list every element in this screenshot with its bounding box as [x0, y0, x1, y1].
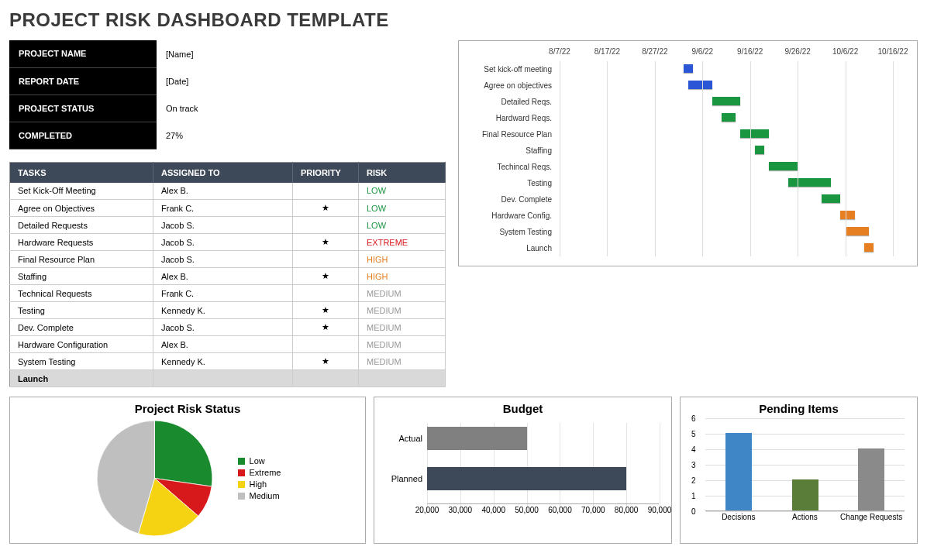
assigned-cell: Alex B. — [153, 183, 293, 200]
gantt-task-label: Techincal Reqs. — [459, 159, 556, 175]
table-row: Staffing Alex B. ★ HIGH — [10, 268, 446, 285]
assigned-cell: Jacob S. — [153, 319, 293, 336]
assigned-cell: Jacob S. — [153, 234, 293, 251]
gantt-row: Detailed Reqs. — [560, 94, 911, 110]
assigned-cell: Kennedy K. — [153, 353, 293, 370]
gantt-bar — [722, 113, 736, 122]
pending-chart: Pending Items 0123456 DecisionsActionsCh… — [680, 397, 918, 544]
info-value: [Date] — [157, 67, 389, 94]
legend-label: High — [250, 479, 267, 489]
priority-cell — [293, 251, 359, 268]
col-assigned: ASSIGNED TO — [153, 162, 293, 183]
priority-cell — [293, 370, 359, 387]
gantt-bar — [688, 81, 712, 89]
assigned-cell: Jacob S. — [153, 251, 293, 268]
budget-tick: 40,000 — [481, 506, 505, 514]
pending-ytick: 2 — [691, 476, 696, 485]
task-cell: Detailed Requests — [10, 217, 153, 234]
table-row: Technical Requests Frank C. MEDIUM — [10, 285, 446, 302]
pie-svg — [95, 418, 215, 538]
gantt-bar — [822, 194, 841, 203]
budget-tick: 80,000 — [615, 506, 639, 514]
gantt-task-label: Detailed Reqs. — [459, 94, 556, 110]
info-label: PROJECT STATUS — [9, 94, 157, 122]
table-row: Detailed Requests Jacob S. LOW — [10, 217, 446, 234]
tasks-table: TASKS ASSIGNED TO PRIORITY RISK Set Kick… — [9, 162, 446, 388]
task-cell: Set Kick-Off Meeting — [10, 183, 153, 200]
legend-swatch — [238, 481, 245, 488]
priority-cell — [293, 285, 359, 302]
task-cell: Staffing — [10, 268, 153, 285]
table-row: Final Resource Plan Jacob S. HIGH — [10, 251, 446, 268]
gantt-row: System Testing — [560, 224, 911, 240]
risk-cell: MEDIUM — [359, 336, 446, 353]
table-row: Set Kick-Off Meeting Alex B. LOW — [10, 183, 446, 200]
gantt-bar — [755, 146, 764, 154]
gantt-row: Testing — [560, 175, 911, 191]
gantt-bar — [846, 227, 870, 235]
pending-ytick: 0 — [691, 507, 696, 516]
budget-title: Budget — [381, 402, 665, 415]
task-cell: Hardware Requests — [10, 234, 153, 251]
col-risk: RISK — [359, 162, 446, 183]
gantt-task-label: Launch — [459, 240, 556, 256]
gantt-bar — [840, 211, 854, 219]
gantt-row: Launch — [560, 240, 911, 256]
legend-item: High — [238, 479, 281, 489]
table-row: Hardware Requests Jacob S. ★ EXTREME — [10, 234, 446, 251]
gantt-date-label: 8/27/22 — [642, 47, 667, 56]
legend-label: Medium — [250, 491, 280, 500]
budget-label: Actual — [382, 423, 422, 454]
gantt-bar — [864, 243, 874, 252]
pie-slice — [154, 421, 212, 486]
gantt-bar — [712, 97, 741, 105]
priority-cell: ★ — [293, 234, 359, 251]
budget-row: Actual — [427, 423, 659, 454]
assigned-cell: Alex B. — [153, 268, 293, 285]
gantt-row: Hardware Config. — [560, 208, 911, 224]
pending-xlabel: Change Requests — [838, 513, 905, 521]
priority-cell — [293, 183, 359, 200]
risk-cell: MEDIUM — [359, 319, 446, 336]
task-cell: Hardware Configuration — [10, 336, 153, 353]
budget-tick: 90,000 — [648, 506, 672, 514]
risk-cell: MEDIUM — [359, 302, 446, 319]
budget-tick: 30,000 — [449, 506, 473, 514]
risk-cell: MEDIUM — [359, 353, 446, 370]
pie-legend: LowExtremeHighMedium — [238, 454, 281, 503]
gantt-task-label: Staffing — [459, 143, 556, 159]
pending-ytick: 6 — [691, 414, 696, 423]
pending-bar — [725, 433, 752, 510]
task-cell: Final Resource Plan — [10, 251, 153, 268]
gantt-chart: 8/7/228/17/228/27/229/6/229/16/229/26/22… — [458, 40, 918, 266]
legend-item: Low — [238, 456, 281, 466]
budget-label: Planned — [382, 463, 422, 494]
info-label: PROJECT NAME — [9, 40, 157, 67]
risk-cell: EXTREME — [359, 234, 446, 251]
budget-tick: 70,000 — [581, 506, 605, 514]
col-priority: PRIORITY — [293, 162, 359, 183]
pending-xlabel: Actions — [772, 513, 839, 521]
pending-xlabel: Decisions — [705, 513, 772, 521]
gantt-date-label: 10/16/22 — [878, 47, 908, 56]
risk-cell: MEDIUM — [359, 285, 446, 302]
pending-bar — [792, 479, 818, 510]
risk-cell — [359, 370, 446, 387]
gantt-task-label: Dev. Complete — [459, 191, 556, 208]
gantt-row: Techincal Reqs. — [560, 159, 911, 175]
gantt-bar — [788, 178, 831, 187]
table-row: Launch — [10, 370, 446, 387]
gantt-task-label: Final Resource Plan — [459, 126, 556, 143]
gantt-bar — [684, 64, 693, 73]
legend-swatch — [238, 493, 245, 500]
gantt-date-label: 8/7/22 — [549, 47, 570, 56]
table-row: Agree on Objectives Frank C. ★ LOW — [10, 200, 446, 217]
assigned-cell: Kennedy K. — [153, 302, 293, 319]
task-cell: System Testing — [10, 353, 153, 370]
budget-tick: 50,000 — [515, 506, 539, 514]
gantt-date-label: 9/26/22 — [784, 47, 810, 56]
pie-title: Project Risk Status — [16, 402, 359, 415]
gantt-bar — [740, 129, 769, 138]
assigned-cell: Alex B. — [153, 336, 293, 353]
risk-cell: LOW — [359, 183, 446, 200]
